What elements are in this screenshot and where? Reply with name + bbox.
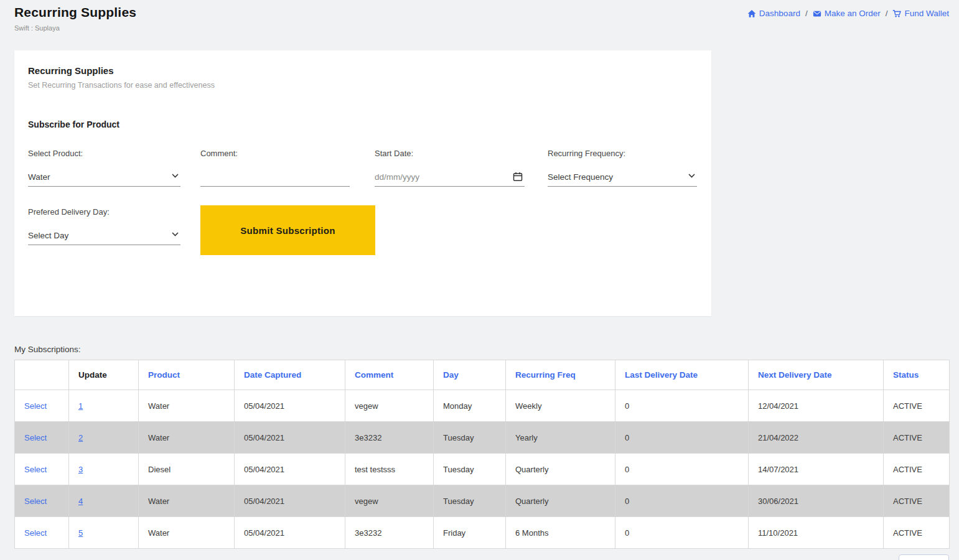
cell-day: Monday (434, 390, 506, 422)
frequency-select[interactable]: Select Frequency (548, 168, 697, 187)
table-row: Select 1 Water 05/04/2021 vegew Monday W… (15, 390, 950, 422)
start-date-input[interactable] (375, 168, 525, 187)
start-date-label: Start Date: (375, 149, 525, 158)
table-row: Select 2 Water 05/04/2021 3e3232 Tuesday… (15, 422, 950, 454)
start-date-field: Start Date: (375, 149, 525, 187)
frequency-label: Recurring Frequency: (548, 149, 697, 158)
product-label: Select Product: (28, 149, 180, 158)
delivery-day-select[interactable]: Select Day (28, 226, 180, 245)
cell-recurring-freq: Yearly (506, 422, 615, 454)
cart-icon (892, 9, 901, 18)
calendar-icon[interactable] (513, 172, 523, 182)
cell-last-delivery-date: 0 (615, 485, 749, 517)
product-field: Select Product: Water (28, 149, 180, 187)
cell-comment: vegew (345, 485, 434, 517)
table-header-product[interactable]: Product (139, 360, 235, 390)
status-badge: ACTIVE (884, 454, 950, 485)
select-row-link[interactable]: Select (24, 401, 47, 411)
cell-next-delivery-date: 14/07/2021 (749, 454, 884, 485)
table-footer: Show all (0, 554, 949, 560)
cell-next-delivery-date: 30/06/2021 (749, 485, 884, 517)
update-link[interactable]: 1 (78, 401, 83, 411)
table-row: Select 5 Water 05/04/2021 3e3232 Friday … (15, 517, 950, 549)
page-title: Recurring Supplies (14, 5, 136, 20)
breadcrumb: Dashboard / Make an Order / Fund Wallet (747, 9, 949, 18)
cell-comment: test testsss (345, 454, 434, 485)
update-link[interactable]: 3 (78, 465, 83, 474)
cell-recurring-freq: Quarterly (506, 485, 615, 517)
table-header-next-delivery-date[interactable]: Next Delivery Date (749, 360, 884, 390)
breadcrumb-dashboard[interactable]: Dashboard (747, 9, 800, 18)
update-link[interactable]: 4 (78, 497, 83, 506)
product-select[interactable]: Water (28, 168, 180, 187)
subscriptions-table: Update Product Date Captured Comment Day… (14, 360, 950, 549)
cell-recurring-freq: 6 Months (506, 517, 615, 549)
table-header-day[interactable]: Day (434, 360, 506, 390)
cell-product: Water (139, 422, 235, 454)
cell-day: Tuesday (434, 422, 506, 454)
comment-field: Comment: (200, 149, 350, 187)
home-icon (747, 9, 756, 18)
breadcrumb-fund-wallet[interactable]: Fund Wallet (892, 9, 949, 18)
page-subtitle: Swift : Suplaya (14, 24, 136, 32)
my-subscriptions-title: My Subscriptions: (14, 345, 959, 354)
status-badge: ACTIVE (884, 422, 950, 454)
update-link[interactable]: 2 (78, 433, 83, 442)
cell-product: Diesel (139, 454, 235, 485)
table-header-recurring-freq[interactable]: Recurring Freq (506, 360, 615, 390)
select-row-link[interactable]: Select (24, 497, 47, 506)
table-row: Select 4 Water 05/04/2021 vegew Tuesday … (15, 485, 950, 517)
select-row-link[interactable]: Select (24, 433, 47, 442)
show-all-button[interactable]: Show all (899, 554, 949, 560)
cell-last-delivery-date: 0 (615, 390, 749, 422)
envelope-icon (813, 9, 821, 18)
update-link[interactable]: 5 (78, 528, 83, 538)
subscribe-section-title: Subscribe for Product (28, 119, 119, 129)
delivery-day-field: Prefered Delivery Day: Select Day (28, 207, 180, 245)
status-badge: ACTIVE (884, 517, 950, 549)
select-row-link[interactable]: Select (24, 465, 47, 474)
cell-comment: 3e3232 (345, 517, 434, 549)
top-bar: Recurring Supplies Swift : Suplaya Dashb… (0, 0, 959, 32)
cell-date-captured: 05/04/2021 (235, 517, 345, 549)
breadcrumb-separator: / (805, 9, 808, 18)
breadcrumb-make-an-order[interactable]: Make an Order (813, 9, 881, 18)
table-header-comment[interactable]: Comment (345, 360, 434, 390)
table-header-blank (15, 360, 69, 390)
cell-next-delivery-date: 12/04/2021 (749, 390, 884, 422)
comment-input[interactable] (200, 168, 350, 187)
title-block: Recurring Supplies Swift : Suplaya (14, 5, 136, 32)
submit-subscription-button[interactable]: Submit Subscription (200, 205, 375, 255)
card-title: Recurring Supplies (28, 65, 114, 76)
table-header-row: Update Product Date Captured Comment Day… (15, 360, 950, 390)
cell-next-delivery-date: 21/04/2022 (749, 422, 884, 454)
cell-recurring-freq: Quarterly (506, 454, 615, 485)
cell-date-captured: 05/04/2021 (235, 485, 345, 517)
table-header-date-captured[interactable]: Date Captured (235, 360, 345, 390)
cell-product: Water (139, 517, 235, 549)
status-badge: ACTIVE (884, 485, 950, 517)
card-subtitle: Set Recurring Transactions for ease and … (28, 81, 215, 90)
recurring-supplies-card: Recurring Supplies Set Recurring Transac… (14, 50, 711, 316)
table-header-status[interactable]: Status (884, 360, 950, 390)
breadcrumb-separator: / (886, 9, 888, 18)
delivery-day-label: Prefered Delivery Day: (28, 207, 180, 217)
cell-date-captured: 05/04/2021 (235, 390, 345, 422)
cell-date-captured: 05/04/2021 (235, 422, 345, 454)
cell-comment: 3e3232 (345, 422, 434, 454)
cell-next-delivery-date: 11/10/2021 (749, 517, 884, 549)
table-header-last-delivery-date[interactable]: Last Delivery Date (615, 360, 749, 390)
cell-product: Water (139, 390, 235, 422)
comment-label: Comment: (200, 149, 350, 158)
cell-last-delivery-date: 0 (615, 454, 749, 485)
cell-date-captured: 05/04/2021 (235, 454, 345, 485)
cell-comment: vegew (345, 390, 434, 422)
breadcrumb-make-an-order-label: Make an Order (825, 9, 881, 18)
table-row: Select 3 Diesel 05/04/2021 test testsss … (15, 454, 950, 485)
cell-day: Tuesday (434, 485, 506, 517)
breadcrumb-dashboard-label: Dashboard (759, 9, 800, 18)
status-badge: ACTIVE (884, 390, 950, 422)
select-row-link[interactable]: Select (24, 528, 47, 538)
frequency-field: Recurring Frequency: Select Frequency (548, 149, 697, 187)
table-header-update: Update (69, 360, 139, 390)
